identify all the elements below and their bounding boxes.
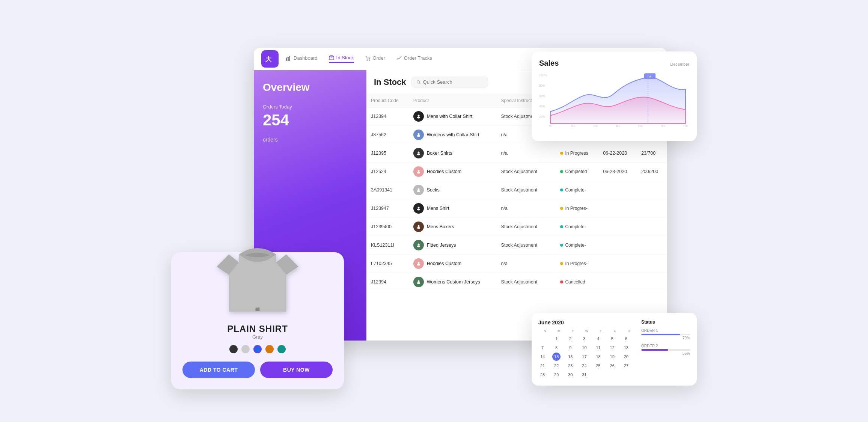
svg-text:50K: 50K — [638, 124, 643, 128]
calendar-day[interactable]: 11 — [594, 344, 603, 352]
table-row[interactable]: J1239400 Mens Boxers Stock Adjustment Co… — [366, 218, 667, 236]
product-variant: Gray — [252, 334, 263, 340]
calendar-day[interactable]: 1 — [552, 335, 561, 343]
calendar-day[interactable]: 27 — [622, 362, 630, 370]
buy-now-button[interactable]: BUY NOW — [260, 362, 333, 378]
calendar-day[interactable]: 12 — [608, 344, 616, 352]
calendar-day[interactable]: 23 — [566, 362, 574, 370]
calendar-day[interactable]: 2 — [566, 335, 574, 343]
color-swatch[interactable] — [229, 345, 238, 353]
calendar-day[interactable]: 30 — [566, 371, 574, 379]
svg-text:80%: 80% — [539, 83, 546, 87]
nav-dashboard[interactable]: Dashboard — [286, 55, 318, 63]
calendar-day[interactable]: 19 — [608, 353, 616, 361]
color-swatch[interactable] — [253, 345, 262, 353]
col-product-code: Product Code — [366, 94, 409, 107]
table-row[interactable]: J12524 Hoodies Custom Stock Adjustment C… — [366, 163, 667, 181]
sales-card: Sales December 100% 80% 60% 40% 20% — [532, 51, 697, 141]
logo: 大 — [261, 50, 279, 68]
calendar-day[interactable]: 17 — [580, 353, 588, 361]
calendar-day[interactable]: 14 — [538, 353, 547, 361]
svg-text:5K: 5K — [549, 124, 552, 128]
calendar-day[interactable]: 6 — [622, 335, 630, 343]
card-buttons: ADD TO CART BUY NOW — [182, 362, 333, 378]
chart-icon — [286, 56, 291, 61]
calendar-day[interactable]: 29 — [552, 371, 561, 379]
svg-text:大: 大 — [265, 56, 272, 62]
calendar-day[interactable]: 7 — [538, 344, 547, 352]
nav-order[interactable]: Order — [365, 55, 385, 63]
svg-rect-36 — [256, 307, 260, 311]
calendar-day[interactable]: 22 — [552, 362, 561, 370]
svg-point-33 — [417, 264, 420, 266]
calendar-day[interactable]: 16 — [566, 353, 574, 361]
svg-point-27 — [417, 209, 420, 211]
table-row[interactable]: L7102345 Hoodies Custom n/a In Progres- — [366, 255, 667, 273]
svg-point-28 — [417, 225, 419, 227]
svg-point-24 — [417, 188, 419, 190]
table-row[interactable]: 3A091341 Socks Stock Adjustment Complete… — [366, 181, 667, 199]
calendar-day[interactable]: 24 — [580, 362, 588, 370]
calendar-day[interactable]: 28 — [538, 371, 547, 379]
svg-point-34 — [417, 280, 419, 282]
table-row[interactable]: J12395 Boxer Shirts n/a In Progress 06-2… — [366, 144, 667, 163]
calendar-day[interactable]: 26 — [608, 362, 616, 370]
table-row[interactable]: KLS12311I Fitted Jerseys Stock Adjustmen… — [366, 236, 667, 255]
svg-text:light: light — [648, 75, 653, 78]
chart-area: 100% 80% 60% 40% 20% — [539, 71, 689, 128]
calendar-day[interactable]: 5 — [608, 335, 616, 343]
product-card: PLAIN SHIRT Gray ADD TO CART BUY NOW — [171, 252, 344, 389]
table-row[interactable]: J123947 Mens Shirt n/a In Progres- — [366, 199, 667, 218]
calendar-day[interactable]: 15 — [552, 353, 561, 361]
calendar-day[interactable]: 9 — [566, 344, 574, 352]
status-section: Status ORDER 1 79% ORDER 2 55% — [641, 320, 690, 379]
svg-point-32 — [417, 262, 419, 264]
svg-text:70K: 70K — [683, 124, 688, 128]
svg-text:40K: 40K — [616, 124, 621, 128]
svg-text:40%: 40% — [539, 104, 546, 108]
calendar-day[interactable]: 31 — [580, 371, 588, 379]
search-small-icon — [416, 80, 421, 84]
color-swatch[interactable] — [241, 345, 250, 353]
order-statuses: ORDER 1 79% ORDER 2 55% — [641, 329, 690, 356]
orders-sub-label: orders — [263, 137, 357, 143]
calendar-day[interactable]: 10 — [580, 344, 588, 352]
svg-text:100%: 100% — [539, 73, 547, 77]
svg-point-25 — [417, 190, 420, 192]
calendar-grid: SMTWTFS123456789101112131415161718192021… — [538, 329, 635, 379]
svg-point-20 — [417, 152, 419, 154]
calendar-day[interactable]: 8 — [552, 344, 561, 352]
search-box — [411, 77, 488, 87]
calendar-section: June 2020 SMTWTFS12345678910111213141516… — [538, 320, 635, 379]
svg-rect-4 — [329, 56, 334, 60]
svg-point-7 — [369, 59, 369, 60]
svg-text:60K: 60K — [661, 124, 666, 128]
order-status-item: ORDER 1 79% — [641, 329, 690, 340]
calendar-day[interactable]: 18 — [594, 353, 603, 361]
svg-text:20%: 20% — [539, 115, 546, 119]
calendar-day[interactable]: 3 — [580, 335, 588, 343]
orders-today-value: 254 — [263, 111, 357, 129]
color-swatch[interactable] — [277, 345, 286, 353]
sales-title: Sales — [539, 59, 559, 68]
table-row[interactable]: J12394 Womens Custom Jerseys Stock Adjus… — [366, 273, 667, 291]
search-input[interactable] — [423, 79, 483, 85]
svg-text:20K: 20K — [571, 124, 576, 128]
calendar-title: June 2020 — [538, 320, 635, 326]
nav-instock[interactable]: In Stock — [329, 55, 354, 63]
calendar-day[interactable]: 21 — [538, 362, 547, 370]
status-title: Status — [641, 320, 690, 325]
calendar-day[interactable]: 13 — [622, 344, 630, 352]
calendar-day[interactable]: 25 — [594, 362, 603, 370]
nav-order-tracks[interactable]: Order Tracks — [396, 55, 432, 63]
svg-point-31 — [417, 246, 420, 247]
calendar-day[interactable]: 4 — [594, 335, 603, 343]
svg-text:60%: 60% — [539, 94, 546, 98]
svg-point-14 — [417, 80, 419, 83]
order-status-item: ORDER 2 55% — [641, 344, 690, 356]
calendar-day[interactable]: 20 — [622, 353, 630, 361]
chart-month: December — [670, 62, 689, 66]
color-swatch[interactable] — [265, 345, 274, 353]
svg-point-35 — [417, 282, 420, 284]
add-to-cart-button[interactable]: ADD TO CART — [182, 362, 255, 378]
